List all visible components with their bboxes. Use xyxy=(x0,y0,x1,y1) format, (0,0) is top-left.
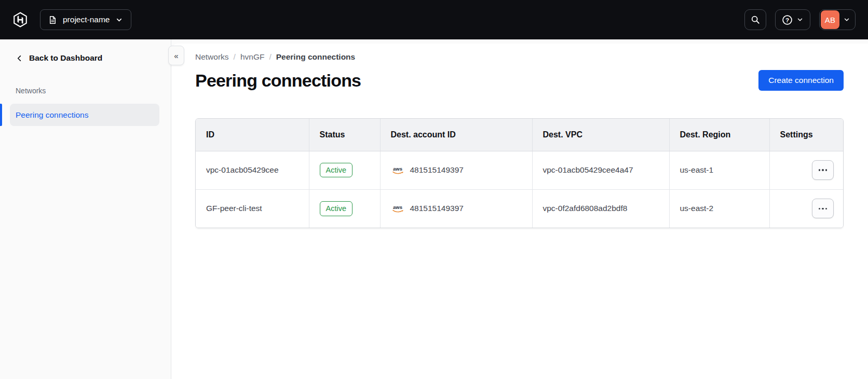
aws-icon: aws xyxy=(391,166,405,175)
hashicorp-logo[interactable] xyxy=(12,12,28,27)
ellipsis-icon xyxy=(819,169,821,171)
table-row: GF-peer-cli-test Active aws xyxy=(196,189,843,228)
project-switcher-label: project-name xyxy=(63,15,110,24)
sidebar-section-label: Networks xyxy=(16,87,171,95)
cell-region: us-east-1 xyxy=(669,151,769,189)
breadcrumb: Networks / hvnGF / Peering connections xyxy=(195,52,844,62)
collapse-icon: « xyxy=(174,52,178,60)
table-header-row: ID Status Dest. account ID Dest. VPC Des… xyxy=(196,119,843,151)
cell-id: vpc-01acb05429cee xyxy=(196,151,309,189)
content-sheet: Networks / hvnGF / Peering connections P… xyxy=(171,44,868,379)
search-button[interactable] xyxy=(744,9,766,30)
cell-region: us-east-2 xyxy=(669,189,769,228)
cell-settings xyxy=(769,151,843,189)
cell-vpc: vpc-01acb05429cee4a47 xyxy=(532,151,669,189)
account-id-value: 481515149397 xyxy=(410,204,464,213)
cell-account-id: aws 481515149397 xyxy=(380,189,532,228)
ellipsis-icon xyxy=(819,208,821,210)
breadcrumb-separator: / xyxy=(269,52,271,62)
hashicorp-logo-icon xyxy=(12,12,28,27)
cell-id: GF-peer-cli-test xyxy=(196,189,309,228)
collapse-sidebar-button[interactable]: « xyxy=(168,46,184,65)
app-body: Back to Dashboard Networks Peering conne… xyxy=(0,39,868,379)
sidebar-item-label: Peering connections xyxy=(16,110,88,120)
column-header-dest-vpc: Dest. VPC xyxy=(532,119,669,151)
column-header-id: ID xyxy=(196,119,309,151)
cell-settings xyxy=(769,189,843,228)
status-badge: Active xyxy=(320,201,353,216)
main-area: « Networks / hvnGF / Peering connections… xyxy=(171,39,868,379)
svg-text:aws: aws xyxy=(393,204,402,210)
breadcrumb-separator: / xyxy=(234,52,236,62)
sidebar-item-peering-connections[interactable]: Peering connections xyxy=(10,104,159,126)
page-header: Peering connections Create connection xyxy=(195,70,844,91)
active-indicator xyxy=(0,104,2,126)
page-title: Peering connections xyxy=(195,71,361,91)
project-switcher-button[interactable]: project-name xyxy=(40,9,131,30)
help-icon: ? xyxy=(782,15,793,25)
column-header-dest-region: Dest. Region xyxy=(669,119,769,151)
help-menu-button[interactable]: ? xyxy=(775,9,810,30)
search-icon xyxy=(751,15,760,24)
cell-account-id: aws 481515149397 xyxy=(380,151,532,189)
column-header-status: Status xyxy=(309,119,380,151)
user-menu-button[interactable]: AB xyxy=(819,9,856,30)
row-settings-button[interactable] xyxy=(812,160,834,180)
top-nav: project-name ? xyxy=(0,0,868,39)
back-to-dashboard-label: Back to Dashboard xyxy=(29,53,102,63)
avatar: AB xyxy=(821,10,839,29)
column-header-settings: Settings xyxy=(769,119,843,151)
peering-connections-table: ID Status Dest. account ID Dest. VPC Des… xyxy=(195,118,844,228)
breadcrumb-link-hvngf[interactable]: hvnGF xyxy=(240,52,265,62)
column-header-dest-account-id: Dest. account ID xyxy=(380,119,532,151)
chevron-down-icon xyxy=(115,16,123,24)
svg-text:?: ? xyxy=(785,16,789,23)
cell-status: Active xyxy=(309,189,380,228)
page-content: Networks / hvnGF / Peering connections P… xyxy=(171,44,868,228)
chevron-down-icon xyxy=(796,16,804,23)
row-settings-button[interactable] xyxy=(812,199,834,218)
account-id-value: 481515149397 xyxy=(410,165,464,175)
app-window: project-name ? xyxy=(0,0,868,379)
aws-icon: aws xyxy=(391,204,405,213)
create-connection-button[interactable]: Create connection xyxy=(758,70,844,91)
table-row: vpc-01acb05429cee Active aws xyxy=(196,151,843,189)
document-icon xyxy=(48,16,57,24)
cell-status: Active xyxy=(309,151,380,189)
top-nav-actions: ? AB xyxy=(744,9,856,30)
breadcrumb-current: Peering connections xyxy=(276,52,355,62)
breadcrumb-link-networks[interactable]: Networks xyxy=(195,52,229,62)
status-badge: Active xyxy=(320,163,353,178)
back-to-dashboard-link[interactable]: Back to Dashboard xyxy=(16,53,102,63)
cell-vpc: vpc-0f2afd6808ad2bdf8 xyxy=(532,189,669,228)
chevron-down-icon xyxy=(843,16,850,23)
svg-text:aws: aws xyxy=(393,166,402,172)
chevron-left-icon xyxy=(16,54,23,62)
sidebar: Back to Dashboard Networks Peering conne… xyxy=(0,39,171,379)
